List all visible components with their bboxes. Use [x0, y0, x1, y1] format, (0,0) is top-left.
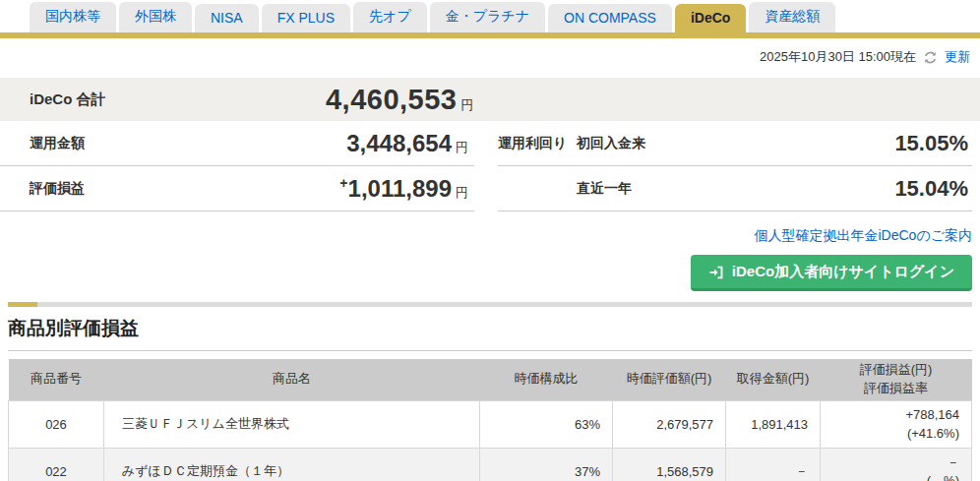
yield-last-year-row: 直近一年 15.04% [498, 166, 972, 211]
product-code: 022 [9, 448, 104, 481]
tab-fx-plus[interactable]: FX PLUS [262, 4, 350, 32]
account-tabbar: 国内株等 外国株 NISA FX PLUS 先オプ 金・プラチナ ON COMP… [0, 0, 980, 32]
product-acquisition: － [726, 448, 821, 481]
col-header-market-value: 時価評価額(円) [613, 359, 726, 400]
products-table: 商品番号 商品名 時価構成比 時価評価額(円) 取得金額(円) 評価損益(円)評… [8, 359, 972, 481]
yield-since-inception-row: 運用利回り 初回入金来 15.05% [498, 121, 972, 166]
valuation-pl-value: +1,011,899円 [339, 175, 468, 203]
tab-foreign-stocks[interactable]: 外国株 [119, 2, 192, 32]
since-inception-label: 初回入金来 [577, 135, 645, 152]
last-year-label: 直近一年 [577, 180, 632, 198]
yen-unit: 円 [456, 185, 468, 200]
statusbar: 2025年10月30日 15:00現在 更新 [0, 38, 980, 70]
login-icon [708, 265, 724, 280]
table-row: 026 三菱ＵＦＪスリム全世界株式 63% 2,679,577 1,891,41… [9, 400, 972, 448]
tab-ideco[interactable]: iDeCo [675, 4, 746, 32]
valuation-pl-label: 評価損益 [30, 180, 85, 198]
table-row: 022 みずほＤＣ定期預金（１年） 37% 1,568,579 － －(－%) [9, 448, 972, 481]
ideco-login-button[interactable]: iDeCo加入者向けサイトログイン [691, 255, 972, 291]
products-table-header-row: 商品番号 商品名 時価構成比 時価評価額(円) 取得金額(円) 評価損益(円)評… [9, 359, 972, 400]
guide-link-row: 個人型確定拠出年金iDeCoのご案内 [0, 227, 980, 245]
tab-on-compass[interactable]: ON COMPASS [548, 4, 672, 32]
col-header-acquisition: 取得金額(円) [726, 359, 821, 400]
product-ratio: 63% [480, 400, 613, 448]
product-pl: +788,164(+41.6%) [821, 400, 972, 448]
ideco-total-label: iDeCo 合計 [30, 90, 106, 109]
product-ratio: 37% [480, 448, 613, 481]
last-year-value: 15.04% [894, 176, 972, 202]
col-header-name: 商品名 [104, 359, 480, 400]
login-button-label: iDeCo加入者向けサイトログイン [732, 263, 954, 281]
plus-sign: + [339, 175, 347, 191]
product-market-value: 2,679,577 [613, 400, 726, 448]
tab-nisa[interactable]: NISA [195, 4, 259, 32]
section-divider [8, 302, 972, 307]
refresh-link[interactable]: 更新 [945, 48, 970, 66]
product-acquisition: 1,891,413 [726, 400, 821, 448]
yield-label: 運用利回り [498, 135, 577, 152]
col-header-ratio: 時価構成比 [480, 359, 613, 400]
col-header-pl: 評価損益(円)評価損益率 [821, 359, 972, 400]
tab-domestic-stocks[interactable]: 国内株等 [30, 2, 116, 32]
summary-section: 運用金額 3,448,654円 評価損益 +1,011,899円 運用利回り 初… [0, 121, 980, 211]
login-button-row: iDeCo加入者向けサイトログイン [0, 255, 980, 291]
invested-amount-value: 3,448,654円 [346, 130, 468, 157]
refresh-icon[interactable] [923, 50, 938, 65]
invested-amount-label: 運用金額 [30, 135, 85, 152]
products-section-title: 商品別評価損益 [8, 316, 972, 351]
ideco-guide-link[interactable]: 個人型確定拠出年金iDeCoのご案内 [754, 227, 972, 243]
yen-unit: 円 [461, 97, 475, 112]
data-timestamp: 2025年10月30日 15:00現在 [760, 48, 916, 66]
ideco-total-value: 4,460,553円 [326, 84, 474, 116]
product-code: 026 [9, 400, 104, 448]
tab-futures-options[interactable]: 先オプ [353, 2, 427, 32]
yen-unit: 円 [456, 140, 468, 154]
product-market-value: 1,568,579 [613, 448, 726, 481]
ideco-total-band: iDeCo 合計 4,460,553円 [0, 78, 980, 121]
product-name: 三菱ＵＦＪスリム全世界株式 [104, 400, 480, 448]
invested-amount-row: 運用金額 3,448,654円 [0, 121, 474, 166]
tab-gold-platinum[interactable]: 金・プラチナ [430, 2, 545, 32]
product-name: みずほＤＣ定期預金（１年） [104, 448, 480, 481]
product-pl: －(－%) [821, 448, 972, 481]
since-inception-value: 15.05% [894, 131, 972, 156]
col-header-code: 商品番号 [9, 359, 104, 400]
valuation-pl-row: 評価損益 +1,011,899円 [0, 166, 474, 211]
tab-asset-total[interactable]: 資産総額 [749, 2, 835, 32]
